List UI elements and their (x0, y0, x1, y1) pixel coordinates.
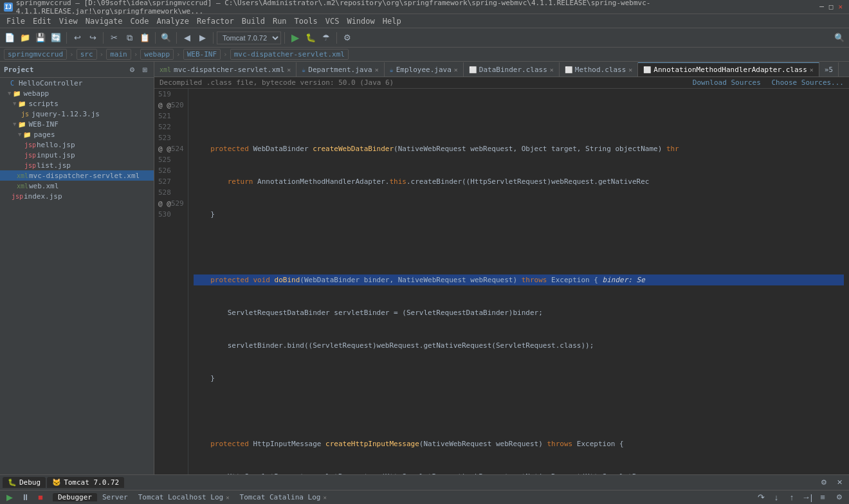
pause-btn[interactable]: ⏸ (18, 491, 32, 505)
bread-src[interactable]: src (77, 49, 97, 60)
step-into-btn[interactable]: ↓ (769, 491, 783, 505)
tree-hello-controller[interactable]: C HelloController (0, 78, 154, 88)
close-debug-btn[interactable]: ✕ (832, 476, 846, 490)
menu-window[interactable]: Window (343, 17, 378, 26)
cut-btn[interactable]: ✂ (107, 31, 121, 45)
tab-more[interactable]: »5 (819, 62, 839, 76)
bread-file[interactable]: mvc-dispatcher-servlet.xml (230, 49, 349, 60)
tab-mvc-dispatcher[interactable]: xml mvc-dispatcher-servlet.xml ✕ (154, 62, 297, 76)
tree-input-jsp[interactable]: jsp input.jsp (0, 150, 154, 160)
bread-springmvccrud[interactable]: springmvccrud (4, 49, 67, 60)
tab-method[interactable]: ⬜ Method.class ✕ (560, 62, 639, 76)
tab-close[interactable]: ✕ (550, 66, 554, 73)
menu-file[interactable]: File (3, 17, 29, 26)
debugger-tab[interactable]: Debugger (53, 493, 97, 501)
step-over-btn[interactable]: ↷ (754, 491, 768, 505)
debug-btn[interactable]: 🐛 (304, 31, 318, 45)
code-editor[interactable]: 519 @ @ 520 521 522 523 @ @ 524 525 526 … (154, 89, 849, 474)
project-settings-btn[interactable]: ⚙ (127, 64, 137, 75)
step-out-btn[interactable]: ↑ (785, 491, 799, 505)
code-line-521: return AnnotationMethodHandlerAdapter.th… (194, 176, 844, 187)
line-527: 527 (158, 176, 184, 187)
tomcat-tab[interactable]: 🐱 Tomcat 7.0.72 (47, 477, 124, 488)
settings-debug-btn[interactable]: ⚙ (817, 476, 831, 490)
tree-scripts[interactable]: ▼ 📁 scripts (0, 98, 154, 109)
redo-btn[interactable]: ↪ (86, 31, 100, 45)
menu-vcs[interactable]: VCS (322, 17, 343, 26)
tab-close[interactable]: ✕ (810, 66, 814, 73)
open-btn[interactable]: 📁 (18, 31, 32, 45)
code-text: } (194, 209, 215, 220)
search-everywhere-btn[interactable]: 🔍 (832, 31, 846, 45)
resume-btn[interactable]: ▶ (3, 491, 17, 505)
tab-employee[interactable]: ☕ Employee.java ✕ (385, 62, 464, 76)
tree-list-jsp[interactable]: jsp list.jsp (0, 160, 154, 170)
stop-btn[interactable]: ■ (33, 491, 48, 505)
tab-close[interactable]: ✕ (375, 66, 379, 73)
sep6 (284, 32, 285, 44)
tomcat-catalina-tab[interactable]: Tomcat Catalina Log ✕ (235, 493, 332, 501)
settings-panel-btn[interactable]: ⚙ (832, 491, 846, 505)
tomcat-localhost-tab[interactable]: Tomcat Localhost Log ✕ (133, 493, 235, 501)
menu-view[interactable]: View (55, 17, 82, 26)
tree-label: webapp (23, 89, 49, 98)
menu-help[interactable]: Help (379, 17, 405, 26)
sep2 (103, 32, 104, 44)
maximize-btn[interactable]: □ (829, 3, 834, 11)
paste-btn[interactable]: 📋 (138, 31, 152, 45)
menu-analyze[interactable]: Analyze (152, 17, 193, 26)
code-text: )binder; (509, 307, 543, 318)
type: ServletRequest (313, 340, 372, 351)
find-btn[interactable]: 🔍 (159, 31, 173, 45)
coverage-btn[interactable]: ☂ (319, 31, 333, 45)
tree-hello-jsp[interactable]: jsp hello.jsp (0, 140, 154, 150)
bread-webapp[interactable]: webapp (140, 49, 174, 60)
code-content[interactable]: protected WebDataBinder createWebDataBin… (188, 89, 849, 474)
menu-edit[interactable]: Edit (29, 17, 55, 26)
undo-btn[interactable]: ↩ (70, 31, 84, 45)
new-btn[interactable]: 📄 (3, 31, 17, 45)
copy-btn[interactable]: ⧉ (122, 31, 136, 45)
evaluate-btn[interactable]: ≡ (816, 491, 830, 505)
back-btn[interactable]: ◀ (180, 31, 194, 45)
tab-department[interactable]: ☕ Department.java ✕ (297, 62, 384, 76)
tab-close-icon[interactable]: ✕ (226, 494, 229, 501)
choose-sources-link[interactable]: Choose Sources... (771, 78, 844, 87)
server-tab[interactable]: Server (97, 493, 133, 501)
tree-index-jsp[interactable]: jsp index.jsp (0, 191, 154, 201)
tree-webinf[interactable]: ▼ 📁 WEB-INF (0, 119, 154, 129)
menu-code[interactable]: Code (127, 17, 153, 26)
tab-close[interactable]: ✕ (628, 66, 632, 73)
settings-btn[interactable]: ⚙ (340, 31, 354, 45)
run-btn[interactable]: ▶ (288, 31, 302, 45)
menu-run[interactable]: Run (269, 17, 291, 26)
tab-databinder[interactable]: ⬜ DataBinder.class ✕ (464, 62, 560, 76)
run-to-cursor-btn[interactable]: →| (800, 491, 814, 505)
forward-btn[interactable]: ▶ (196, 31, 210, 45)
download-sources-link[interactable]: Download Sources (693, 78, 761, 87)
debug-tab[interactable]: 🐛 Debug (3, 477, 46, 488)
project-expand-btn[interactable]: ⊞ (140, 64, 150, 75)
menu-navigate[interactable]: Navigate (82, 17, 127, 26)
menu-tools[interactable]: Tools (291, 17, 322, 26)
bread-webinf[interactable]: WEB-INF (183, 49, 221, 60)
tab-annotation-handler[interactable]: ⬜ AnnotationMethodHandlerAdapter.class ✕ (638, 62, 819, 76)
tree-webapp[interactable]: ▼ 📁 webapp (0, 88, 154, 98)
code-line-528 (194, 406, 844, 417)
tree-mvc-dispatcher[interactable]: xml mvc-dispatcher-servlet.xml (0, 170, 154, 181)
save-btn[interactable]: 💾 (33, 31, 48, 45)
tab-close[interactable]: ✕ (287, 66, 291, 73)
minimize-btn[interactable]: ─ (819, 3, 824, 11)
menu-build[interactable]: Build (238, 17, 269, 26)
tab-close-icon2[interactable]: ✕ (323, 494, 326, 501)
tab-close[interactable]: ✕ (454, 66, 458, 73)
close-btn[interactable]: ✕ (838, 3, 843, 11)
menu-refactor[interactable]: Refactor (193, 17, 238, 26)
run-config-dropdown[interactable]: Tomcat 7.0.72 (217, 32, 281, 44)
tree-pages[interactable]: ▼ 📁 pages (0, 129, 154, 140)
bread-main[interactable]: main (106, 49, 131, 60)
sync-btn[interactable]: 🔄 (49, 31, 63, 45)
tree-jquery[interactable]: js jquery-1.12.3.js (0, 109, 154, 119)
tree-web-xml[interactable]: xml web.xml (0, 181, 154, 191)
type: Exception (551, 274, 590, 285)
